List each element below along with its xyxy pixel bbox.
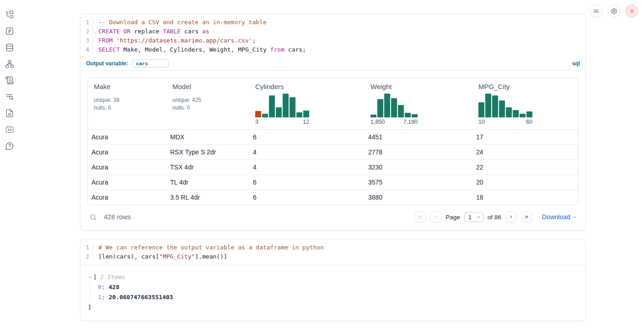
window-controls: [590, 5, 638, 17]
sidebar-document-button[interactable]: [5, 108, 15, 118]
sidebar-file-tree-button[interactable]: [5, 10, 15, 20]
table-cell: 2778: [365, 148, 472, 156]
code-line[interactable]: 3FROM 'https://datasets.marimo.app/cars.…: [80, 36, 585, 45]
output-list-entry: 0: 428: [98, 282, 585, 292]
histogram-bars: [370, 94, 418, 117]
column-header-mpg_city[interactable]: MPG_City1060: [472, 78, 578, 129]
histogram-bar: [492, 95, 498, 117]
sidebar-dependency-graph-button[interactable]: [5, 59, 15, 69]
table-row[interactable]: AcuraRSX Type S 2dr4277824: [88, 144, 578, 159]
histogram-bar: [520, 114, 526, 117]
chevron-down-icon: [572, 215, 577, 220]
search-icon: [89, 213, 97, 221]
code-line[interactable]: 1# We can reference the output variable …: [80, 243, 585, 252]
sidebar-snippets-button[interactable]: [5, 125, 15, 135]
column-header-weight[interactable]: Weight1,8507,190: [365, 78, 472, 129]
settings-button[interactable]: [607, 5, 620, 17]
search-button[interactable]: [89, 213, 97, 221]
line-number: 3: [80, 36, 93, 45]
menu-button[interactable]: [590, 5, 602, 17]
sidebar-help-button[interactable]: [5, 141, 15, 151]
column-stats: unique: 38nulls: 0: [94, 96, 161, 112]
sidebar-scroll-button[interactable]: [5, 75, 15, 85]
table-cell: 20: [472, 179, 578, 186]
histogram-bar: [303, 111, 309, 117]
shutdown-button[interactable]: [625, 5, 638, 17]
table-cell: TL 4dr: [166, 179, 249, 186]
histogram-bar: [370, 115, 376, 117]
table-cell: Acura: [88, 179, 166, 186]
histogram-axis: 1,8507,190: [370, 119, 418, 125]
language-badge: sql: [572, 60, 580, 67]
column-label: MPG_City: [478, 83, 572, 90]
sidebar-function-button[interactable]: [5, 26, 15, 36]
data-table: Makeunique: 38nulls: 0Modelunique: 425nu…: [87, 77, 578, 205]
output-variable-input[interactable]: [132, 59, 169, 68]
code-line[interactable]: 1-- Download a CSV and create an in-memo…: [80, 18, 585, 27]
first-page-button[interactable]: «: [414, 211, 426, 222]
code-text: [len(cars), cars["MPG_City"].mean()]: [93, 252, 227, 261]
code-line[interactable]: 2[len(cars), cars["MPG_City"].mean()]: [80, 252, 585, 261]
histogram-bar: [255, 111, 261, 117]
histogram-bar: [405, 113, 411, 117]
code-text: FROM 'https://datasets.marimo.app/cars.c…: [93, 36, 256, 45]
table-row[interactable]: AcuraMDX6445117: [88, 129, 578, 144]
histogram-bar: [398, 105, 404, 117]
output-list-entry: 1: 20.060747663551403: [98, 292, 585, 302]
table-cell: 22: [472, 164, 578, 171]
python-code-editor[interactable]: 1# We can reference the output variable …: [80, 239, 585, 265]
table-cell: 4451: [365, 133, 472, 141]
table-cell: 3575: [365, 179, 472, 186]
column-header-cylinders[interactable]: Cylinders312: [249, 78, 365, 129]
table-cell: Acura: [88, 194, 166, 201]
histogram-bars: [255, 94, 309, 117]
sql-code-editor[interactable]: 1-- Download a CSV and create an in-memo…: [80, 14, 585, 58]
column-histogram: 1060: [476, 94, 532, 125]
table-cell: 6: [249, 179, 365, 186]
sql-output: Makeunique: 38nulls: 0Modelunique: 425nu…: [80, 71, 585, 230]
table-row[interactable]: AcuraTSX 4dr4323022: [88, 159, 578, 174]
histogram-axis: 312: [255, 119, 309, 125]
next-page-button[interactable]: ›: [505, 211, 517, 222]
table-row[interactable]: Acura3.5 RL 4dr6388018: [88, 190, 578, 205]
table-cell: RSX Type S 2dr: [166, 148, 249, 156]
table-row[interactable]: AcuraTL 4dr6357520: [88, 174, 578, 190]
table-body: AcuraMDX6445117AcuraRSX Type S 2dr427782…: [88, 129, 578, 205]
python-cell: 1# We can reference the output variable …: [80, 239, 586, 321]
histogram-bar: [526, 111, 532, 117]
last-page-button[interactable]: »: [521, 211, 532, 222]
function-icon: [5, 26, 14, 36]
table-cell: Acura: [88, 164, 166, 171]
code-line[interactable]: 2CREATE OR replace TABLE cars as: [80, 27, 585, 36]
table-cell: 3230: [365, 164, 472, 171]
table-cell: 24: [472, 148, 578, 156]
collapse-chevron-icon[interactable]: [88, 275, 93, 280]
column-header-model[interactable]: Modelunique: 425nulls: 0: [166, 78, 249, 129]
column-histogram: 312: [252, 94, 309, 125]
python-output: [ 2 Items 0: 4281: 20.060747663551403 ]: [80, 265, 585, 321]
sidebar-database-button[interactable]: [5, 42, 15, 53]
table-cell: 4: [249, 164, 365, 171]
sidebar-search-logs-button[interactable]: [5, 92, 15, 102]
prev-page-button[interactable]: ‹: [430, 211, 441, 222]
download-button[interactable]: Download: [542, 213, 577, 221]
fold-chevron-icon[interactable]: [94, 29, 97, 38]
histogram-bar: [269, 95, 275, 117]
histogram-bar: [478, 102, 484, 117]
line-number: 4: [80, 45, 93, 54]
table-cell: 3880: [365, 194, 472, 201]
code-line[interactable]: 4SELECT Make, Model, Cylinders, Weight, …: [80, 45, 585, 54]
file-tree-icon: [5, 10, 14, 19]
help-icon: [5, 142, 14, 151]
bracket-open: [: [93, 272, 97, 282]
dependency-graph-icon: [5, 59, 14, 69]
column-header-make[interactable]: Makeunique: 38nulls: 0: [88, 78, 166, 129]
line-number: 1: [80, 18, 93, 27]
download-label: Download: [542, 213, 570, 221]
page-select[interactable]: 1: [464, 212, 483, 222]
snippets-icon: [5, 125, 14, 134]
histogram-bar: [485, 94, 491, 117]
code-text: CREATE OR replace TABLE cars as: [93, 27, 209, 36]
histogram-bar: [391, 98, 397, 117]
sidebar: [0, 0, 19, 333]
